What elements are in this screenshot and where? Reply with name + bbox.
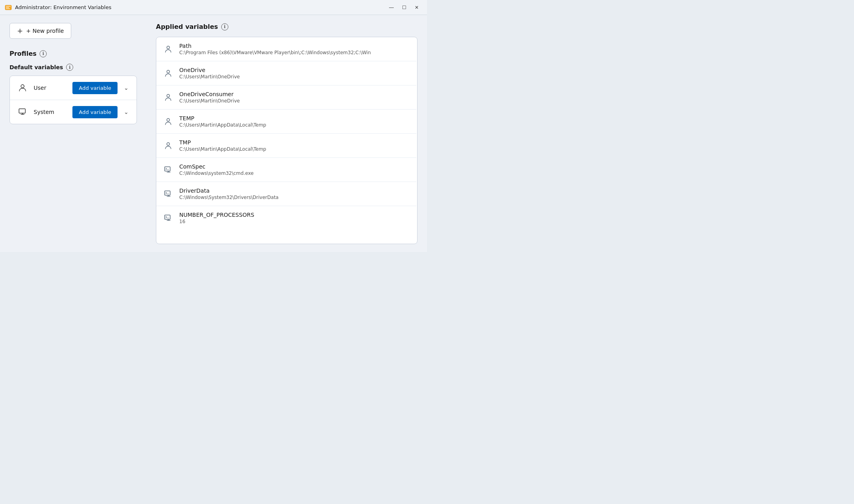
tmp-value: C:\Users\Martin\AppData\Local\Temp: [179, 146, 410, 152]
svg-point-8: [167, 95, 170, 97]
comspec-icon: [163, 164, 174, 175]
svg-rect-1: [6, 6, 11, 7]
applied-variables-info-icon[interactable]: ℹ: [221, 23, 228, 30]
tmp-name: TMP: [179, 139, 410, 146]
path-icon: [163, 44, 174, 55]
system-add-variable-button[interactable]: Add variable: [72, 106, 118, 118]
user-label: User: [34, 85, 68, 91]
system-row-icon: [16, 106, 29, 118]
svg-rect-3: [6, 8, 10, 9]
default-variables-header: Default variables ℹ: [9, 64, 137, 71]
title-bar-left: Administrator: Environment Variables: [5, 4, 111, 11]
maximize-button[interactable]: ☐: [399, 3, 410, 12]
onedriveconsumer-name: OneDriveConsumer: [179, 91, 410, 97]
driverdata-name: DriverData: [179, 188, 410, 194]
svg-rect-12: [165, 191, 170, 195]
tmp-content: TMP C:\Users\Martin\AppData\Local\Temp: [179, 139, 410, 152]
numprocessors-content: NUMBER_OF_PROCESSORS 16: [179, 212, 410, 224]
new-profile-label: + New profile: [26, 28, 64, 34]
title-bar-title: Administrator: Environment Variables: [15, 4, 111, 10]
onedriveconsumer-value: C:\Users\Martin\OneDrive: [179, 98, 410, 104]
applied-item-numprocessors: NUMBER_OF_PROCESSORS 16: [156, 206, 416, 230]
applied-item-tmp: TMP C:\Users\Martin\AppData\Local\Temp: [156, 134, 416, 158]
temp-value: C:\Users\Martin\AppData\Local\Temp: [179, 122, 410, 128]
path-content: Path C:\Program Files (x86)\VMware\VMwar…: [179, 43, 410, 55]
applied-item-comspec: ComSpec C:\Windows\system32\cmd.exe: [156, 158, 416, 182]
svg-rect-11: [165, 167, 170, 171]
onedriveconsumer-content: OneDriveConsumer C:\Users\Martin\OneDriv…: [179, 91, 410, 104]
default-variables-title: Default variables: [9, 64, 63, 70]
temp-content: TEMP C:\Users\Martin\AppData\Local\Temp: [179, 115, 410, 128]
system-label: System: [34, 109, 68, 115]
temp-name: TEMP: [179, 115, 410, 121]
svg-point-4: [21, 85, 24, 88]
applied-item-onedriveconsumer: OneDriveConsumer C:\Users\Martin\OneDriv…: [156, 85, 416, 110]
user-chevron-button[interactable]: ⌄: [122, 83, 130, 93]
applied-item-path: Path C:\Program Files (x86)\VMware\VMwar…: [156, 37, 416, 61]
onedrive-content: OneDrive C:\Users\Martin\OneDrive: [179, 67, 410, 80]
temp-icon: [163, 116, 174, 127]
path-value: C:\Program Files (x86)\VMware\VMware Pla…: [179, 50, 410, 55]
driverdata-content: DriverData C:\Windows\System32\Drivers\D…: [179, 188, 410, 200]
right-panel: Applied variables ℹ Path C:\Program Fil: [146, 15, 427, 252]
comspec-value: C:\Windows\system32\cmd.exe: [179, 171, 410, 176]
svg-point-10: [167, 143, 170, 146]
profiles-title: Profiles: [9, 50, 36, 57]
main-content: + + New profile Profiles ℹ Default varia…: [0, 15, 427, 252]
svg-rect-13: [165, 215, 170, 220]
svg-rect-2: [6, 7, 9, 8]
tmp-icon: [163, 140, 174, 151]
user-add-variable-button[interactable]: Add variable: [72, 82, 118, 94]
app-icon: [5, 4, 12, 11]
applied-item-temp: TEMP C:\Users\Martin\AppData\Local\Temp: [156, 110, 416, 134]
onedrive-value: C:\Users\Martin\OneDrive: [179, 74, 410, 80]
profiles-info-icon[interactable]: ℹ: [40, 50, 47, 57]
numprocessors-icon: [163, 212, 174, 224]
applied-item-onedrive: OneDrive C:\Users\Martin\OneDrive: [156, 61, 416, 85]
applied-variables-header: Applied variables ℹ: [156, 23, 418, 30]
comspec-content: ComSpec C:\Windows\system32\cmd.exe: [179, 163, 410, 176]
title-bar-controls: — ☐ ✕: [386, 3, 422, 12]
comspec-name: ComSpec: [179, 163, 410, 170]
svg-point-9: [167, 119, 170, 121]
driverdata-value: C:\Windows\System32\Drivers\DriverData: [179, 195, 410, 200]
profiles-section-header: Profiles ℹ: [9, 50, 137, 57]
close-button[interactable]: ✕: [411, 3, 422, 12]
numprocessors-name: NUMBER_OF_PROCESSORS: [179, 212, 410, 218]
user-row-icon: [16, 81, 29, 94]
onedrive-icon: [163, 68, 174, 79]
system-chevron-button[interactable]: ⌄: [122, 107, 130, 117]
applied-variables-title: Applied variables: [156, 23, 218, 30]
minimize-button[interactable]: —: [386, 3, 397, 12]
svg-point-6: [167, 46, 170, 49]
applied-variables-list: Path C:\Program Files (x86)\VMware\VMwar…: [156, 37, 417, 244]
applied-variables-container: Path C:\Program Files (x86)\VMware\VMwar…: [156, 37, 418, 244]
user-variable-row: User Add variable ⌄: [10, 76, 137, 100]
variables-list: User Add variable ⌄ System Add variable …: [9, 76, 137, 124]
left-panel: + + New profile Profiles ℹ Default varia…: [0, 15, 146, 252]
path-name: Path: [179, 43, 410, 49]
new-profile-button[interactable]: + + New profile: [9, 23, 71, 39]
applied-item-driverdata: DriverData C:\Windows\System32\Drivers\D…: [156, 182, 416, 206]
onedriveconsumer-icon: [163, 92, 174, 103]
numprocessors-value: 16: [179, 219, 410, 224]
svg-point-7: [167, 70, 170, 73]
driverdata-icon: [163, 188, 174, 199]
title-bar: Administrator: Environment Variables — ☐…: [0, 0, 427, 15]
system-variable-row: System Add variable ⌄: [10, 100, 137, 124]
default-variables-info-icon[interactable]: ℹ: [66, 64, 73, 71]
onedrive-name: OneDrive: [179, 67, 410, 73]
svg-rect-5: [19, 109, 25, 113]
plus-icon: +: [17, 27, 23, 34]
